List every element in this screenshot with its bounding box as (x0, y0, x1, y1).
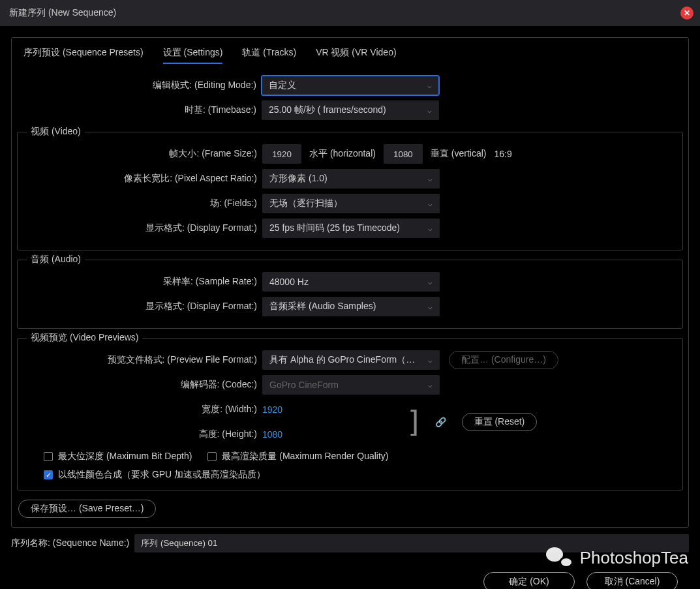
sample-rate-dropdown[interactable]: 48000 Hz ⌵ (262, 272, 440, 292)
horizontal-label: 水平 (horizontal) (301, 148, 384, 160)
save-preset-button[interactable]: 保存预设… (Save Preset…) (18, 500, 156, 518)
sample-rate-value: 48000 Hz (269, 277, 309, 287)
ok-button[interactable]: 确定 (OK) (483, 572, 575, 589)
tab-settings[interactable]: 设置 (Settings) (163, 47, 223, 64)
preview-fieldset: 视频预览 (Video Previews) 预览文件格式: (Preview F… (17, 338, 683, 491)
tab-vr-video[interactable]: VR 视频 (VR Video) (316, 47, 396, 64)
preview-legend: 视频预览 (Video Previews) (27, 332, 142, 344)
audio-fieldset: 音频 (Audio) 采样率: (Sample Rate:) 48000 Hz … (17, 260, 683, 329)
preview-file-format-dropdown[interactable]: 具有 Alpha 的 GoPro CineForm（… ⌵ (262, 350, 440, 370)
fields-label: 场: (Fields:) (23, 198, 262, 209)
video-legend: 视频 (Video) (27, 126, 85, 138)
max-bit-depth-checkbox[interactable] (44, 452, 53, 461)
frame-size-label: 帧大小: (Frame Size:) (23, 148, 262, 160)
max-bit-depth-label: 最大位深度 (Maximum Bit Depth) (58, 451, 192, 462)
par-label: 像素长宽比: (Pixel Aspect Ratio:) (23, 173, 262, 185)
close-icon: ✕ (684, 8, 690, 18)
timebase-dropdown[interactable]: 25.00 帧/秒 ( frames/second) ⌵ (262, 100, 439, 120)
fields-dropdown[interactable]: 无场（逐行扫描） ⌵ (262, 194, 440, 213)
tab-sequence-presets[interactable]: 序列预设 (Sequence Presets) (23, 47, 144, 64)
audio-display-format-value: 音频采样 (Audio Samples) (269, 301, 376, 312)
link-bracket-icon: ] (406, 410, 423, 434)
linear-composite-checkbox[interactable]: ✓ (44, 470, 53, 479)
chevron-down-icon: ⌵ (428, 381, 433, 389)
tab-tracks[interactable]: 轨道 (Tracks) (242, 47, 296, 64)
cancel-button[interactable]: 取消 (Cancel) (586, 572, 678, 589)
codec-label: 编解码器: (Codec:) (23, 379, 262, 391)
frame-width-input[interactable] (262, 144, 301, 164)
fields-value: 无场（逐行扫描） (269, 198, 342, 209)
audio-display-format-label: 显示格式: (Display Format:) (23, 301, 262, 312)
par-value: 方形像素 (1.0) (269, 173, 327, 185)
video-display-format-dropdown[interactable]: 25 fps 时间码 (25 fps Timecode) ⌵ (262, 219, 440, 238)
preview-file-format-value: 具有 Alpha 的 GoPro CineForm（… (269, 354, 415, 366)
chevron-down-icon: ⌵ (427, 82, 432, 90)
chevron-down-icon: ⌵ (428, 224, 433, 233)
frame-height-input[interactable] (384, 144, 423, 164)
vertical-label: 垂直 (vertical) (423, 148, 495, 160)
chevron-down-icon: ⌵ (428, 200, 433, 208)
linear-composite-label: 以线性颜色合成（要求 GPU 加速或最高渲染品质） (58, 469, 266, 481)
codec-dropdown: GoPro CineForm ⌵ (262, 375, 440, 395)
max-render-quality-checkbox[interactable] (207, 452, 217, 461)
sequence-name-input[interactable] (134, 534, 689, 552)
editing-mode-value: 自定义 (269, 80, 296, 91)
chevron-down-icon: ⌵ (428, 356, 433, 365)
timebase-value: 25.00 帧/秒 ( frames/second) (269, 104, 386, 116)
video-display-format-value: 25 fps 时间码 (25 fps Timecode) (269, 222, 400, 234)
sequence-name-label: 序列名称: (Sequence Name:) (11, 537, 129, 549)
preview-width-label: 宽度: (Width:) (23, 404, 262, 415)
preview-height-label: 高度: (Height:) (23, 429, 262, 440)
sample-rate-label: 采样率: (Sample Rate:) (23, 276, 262, 288)
max-render-quality-label: 最高渲染质量 (Maximum Render Quality) (222, 451, 388, 462)
timebase-label: 时基: (Timebase:) (12, 104, 262, 116)
configure-button[interactable]: 配置… (Configure…) (449, 351, 558, 369)
chevron-down-icon: ⌵ (428, 278, 433, 286)
preview-height-value[interactable]: 1080 (262, 429, 295, 440)
chevron-down-icon: ⌵ (428, 303, 433, 311)
video-fieldset: 视频 (Video) 帧大小: (Frame Size:) 水平 (horizo… (17, 132, 683, 250)
preview-file-format-label: 预览文件格式: (Preview File Format:) (23, 354, 262, 366)
chevron-down-icon: ⌵ (428, 175, 433, 183)
close-button[interactable]: ✕ (680, 7, 693, 20)
codec-value: GoPro CineForm (269, 380, 339, 390)
window-title: 新建序列 (New Sequence) (9, 7, 116, 19)
reset-button[interactable]: 重置 (Reset) (462, 413, 538, 431)
titlebar: 新建序列 (New Sequence) ✕ (0, 0, 700, 26)
tabs: 序列预设 (Sequence Presets) 设置 (Settings) 轨道… (12, 38, 688, 64)
preview-width-value[interactable]: 1920 (262, 404, 295, 415)
audio-display-format-dropdown[interactable]: 音频采样 (Audio Samples) ⌵ (262, 297, 440, 316)
audio-legend: 音频 (Audio) (27, 254, 85, 265)
video-display-format-label: 显示格式: (Display Format:) (23, 222, 262, 234)
settings-panel: 序列预设 (Sequence Presets) 设置 (Settings) 轨道… (11, 37, 689, 528)
chain-link-icon[interactable]: 🔗 (435, 417, 446, 427)
editing-mode-dropdown[interactable]: 自定义 ⌵ (262, 76, 439, 95)
editing-mode-label: 编辑模式: (Editing Mode:) (12, 80, 262, 91)
par-dropdown[interactable]: 方形像素 (1.0) ⌵ (262, 169, 440, 189)
aspect-ratio: 16:9 (494, 149, 511, 159)
chevron-down-icon: ⌵ (427, 106, 432, 115)
